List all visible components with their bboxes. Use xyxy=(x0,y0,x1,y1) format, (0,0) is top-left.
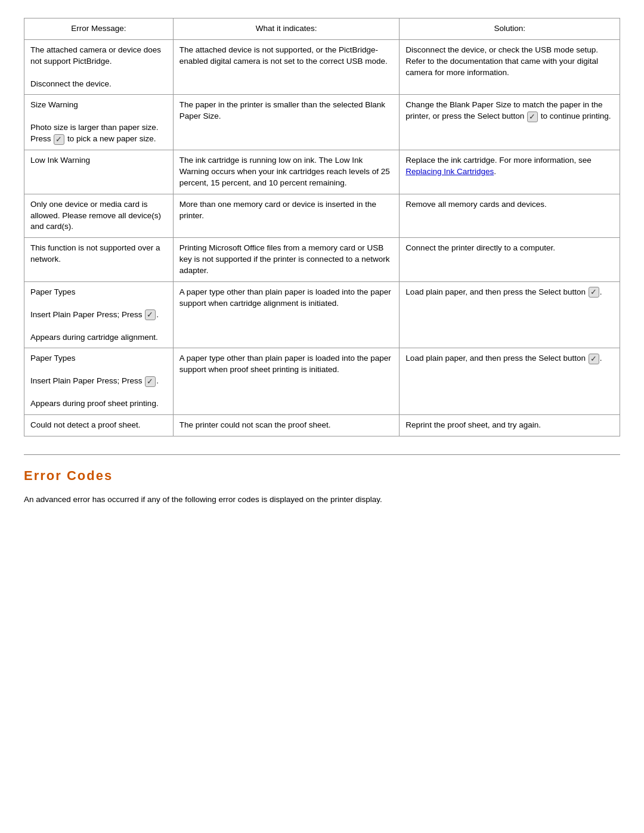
section-divider xyxy=(24,454,620,455)
error-codes-body: An advanced error has occurred if any of… xyxy=(24,494,620,506)
error-cell: Size Warning Photo size is larger than p… xyxy=(24,95,174,150)
table-row: Low Ink Warning The ink cartridge is run… xyxy=(24,150,620,194)
solution-cell: Connect the printer directly to a comput… xyxy=(400,238,620,282)
table-row: Size Warning Photo size is larger than p… xyxy=(24,95,620,150)
indicates-cell: More than one memory card or device is i… xyxy=(173,194,400,238)
error-cell: The attached camera or device does not s… xyxy=(24,39,174,95)
error-cell: This function is not supported over a ne… xyxy=(24,238,174,282)
solution-cell: Replace the ink cartridge. For more info… xyxy=(400,150,620,194)
solution-cell: Disconnect the device, or check the USB … xyxy=(400,39,620,95)
indicates-cell: A paper type other than plain paper is l… xyxy=(173,348,400,414)
header-indicates: What it indicates: xyxy=(173,18,400,40)
table-row: Paper Types Insert Plain Paper Press; Pr… xyxy=(24,282,620,348)
header-solution: Solution: xyxy=(400,18,620,40)
error-messages-table: Error Message: What it indicates: Soluti… xyxy=(24,18,620,436)
solution-cell: Load plain paper, and then press the Sel… xyxy=(400,348,620,414)
check-icon xyxy=(589,287,599,298)
indicates-cell: A paper type other than plain paper is l… xyxy=(173,282,400,348)
check-icon xyxy=(145,309,156,320)
solution-cell: Load plain paper, and then press the Sel… xyxy=(400,282,620,348)
replacing-ink-cartridges-link[interactable]: Replacing Ink Cartridges xyxy=(405,167,494,176)
indicates-cell: The paper in the printer is smaller than… xyxy=(173,95,400,150)
indicates-cell: The ink cartridge is running low on ink.… xyxy=(173,150,400,194)
indicates-cell: The attached device is not supported, or… xyxy=(173,39,400,95)
error-cell: Paper Types Insert Plain Paper Press; Pr… xyxy=(24,348,174,414)
table-row: Paper Types Insert Plain Paper Press; Pr… xyxy=(24,348,620,414)
table-row: Only one device or media card is allowed… xyxy=(24,194,620,238)
check-icon xyxy=(54,134,64,145)
error-cell: Could not detect a proof sheet. xyxy=(24,414,174,436)
solution-cell: Remove all memory cards and devices. xyxy=(400,194,620,238)
check-icon xyxy=(589,354,599,364)
solution-cell: Change the Blank Paper Size to match the… xyxy=(400,95,620,150)
table-row: Could not detect a proof sheet. The prin… xyxy=(24,414,620,436)
header-error: Error Message: xyxy=(24,18,174,40)
error-codes-title: Error Codes xyxy=(24,467,620,485)
table-row: The attached camera or device does not s… xyxy=(24,39,620,95)
error-cell: Low Ink Warning xyxy=(24,150,174,194)
indicates-cell: The printer could not scan the proof she… xyxy=(173,414,400,436)
table-row: This function is not supported over a ne… xyxy=(24,238,620,282)
indicates-cell: Printing Microsoft Office files from a m… xyxy=(173,238,400,282)
check-icon xyxy=(527,112,538,122)
check-icon xyxy=(145,376,156,387)
error-cell: Paper Types Insert Plain Paper Press; Pr… xyxy=(24,282,174,348)
error-cell: Only one device or media card is allowed… xyxy=(24,194,174,238)
solution-cell: Reprint the proof sheet, and try again. xyxy=(400,414,620,436)
